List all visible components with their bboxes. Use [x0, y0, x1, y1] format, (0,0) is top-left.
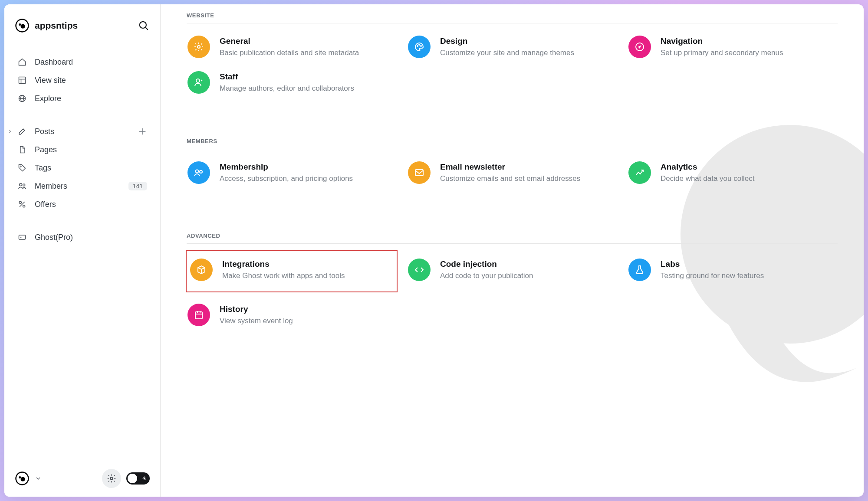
- card-navigation[interactable]: Navigation Set up primary and secondary …: [628, 35, 838, 59]
- chevron-down-icon: [35, 475, 42, 482]
- sidebar-item-label: Offers: [35, 200, 56, 209]
- flask-icon: [628, 259, 651, 281]
- main-content: WEBSITE General Basic publication detail…: [161, 4, 864, 497]
- sidebar-item-pages[interactable]: Pages: [15, 141, 150, 159]
- card-staff[interactable]: Staff Manage authors, editor and collabo…: [187, 70, 397, 95]
- sidebar-item-label: Pages: [35, 145, 57, 154]
- card-history[interactable]: History View system event log: [187, 303, 397, 327]
- card-desc: Basic publication details and site metad…: [220, 48, 359, 58]
- mail-icon: [408, 161, 431, 184]
- code-icon: [408, 259, 431, 281]
- card-title: History: [220, 305, 293, 314]
- svg-point-28: [419, 44, 420, 45]
- svg-point-32: [196, 170, 199, 173]
- section-heading-website: WEBSITE: [187, 12, 838, 23]
- card-design[interactable]: Design Customize your site and manage th…: [407, 35, 617, 59]
- sidebar: appsntips Dashboard View site: [4, 4, 161, 497]
- members-icon: [187, 161, 210, 184]
- history-icon: [187, 304, 210, 326]
- svg-point-26: [197, 46, 200, 48]
- card-title: Membership: [220, 162, 353, 172]
- card-analytics[interactable]: Analytics Decide what data you collect: [628, 160, 838, 185]
- card-title: Staff: [220, 72, 354, 82]
- card-labs[interactable]: Labs Testing ground for new features: [628, 251, 838, 291]
- chevron-right-icon: [8, 129, 12, 134]
- svg-point-3: [21, 24, 25, 29]
- card-membership[interactable]: Membership Access, subscription, and pri…: [187, 160, 397, 185]
- page-icon: [17, 145, 27, 154]
- card-desc: Manage authors, editor and collaborators: [220, 83, 354, 94]
- card-title: Integrations: [222, 259, 345, 269]
- sidebar-item-label: Dashboard: [35, 58, 73, 67]
- sidebar-item-ghostpro[interactable]: Ghost(Pro): [15, 228, 150, 246]
- sidebar-item-explore[interactable]: Explore: [15, 89, 150, 108]
- svg-point-24: [21, 477, 25, 481]
- sidebar-item-label: Tags: [35, 164, 51, 173]
- card-desc: Set up primary and secondary menus: [661, 48, 783, 58]
- svg-point-16: [23, 184, 25, 186]
- cards-website: General Basic publication details and si…: [187, 35, 838, 95]
- settings-button[interactable]: [102, 469, 121, 488]
- new-post-button[interactable]: [138, 127, 147, 136]
- user-avatar-icon[interactable]: [15, 471, 30, 486]
- svg-point-25: [110, 477, 113, 480]
- brand-name: appsntips: [35, 20, 78, 31]
- brand-row: appsntips: [15, 18, 150, 33]
- sidebar-item-label: Posts: [35, 127, 54, 136]
- svg-point-27: [417, 46, 418, 46]
- sidebar-item-label: View site: [35, 76, 66, 85]
- svg-rect-6: [19, 77, 26, 84]
- svg-line-19: [20, 202, 25, 207]
- sidebar-item-posts[interactable]: Posts: [15, 122, 150, 141]
- sidebar-item-offers[interactable]: Offers: [15, 195, 150, 213]
- tag-icon: [17, 163, 27, 173]
- section-heading-advanced: ADVANCED: [187, 232, 838, 244]
- sidebar-item-label: Members: [35, 182, 67, 191]
- svg-point-33: [200, 170, 202, 173]
- gear-icon: [187, 36, 210, 58]
- members-icon: [17, 181, 27, 191]
- nav-group-ghostpro: Ghost(Pro): [15, 228, 150, 246]
- card-title: Email newsletter: [440, 162, 580, 172]
- sidebar-item-tags[interactable]: Tags: [15, 159, 150, 177]
- svg-point-17: [19, 201, 21, 203]
- sidebar-footer: ☀: [15, 469, 150, 488]
- nav-group-primary: Dashboard View site Explore: [15, 53, 150, 108]
- card-code-injection[interactable]: Code injection Add code to your publicat…: [407, 251, 617, 291]
- palette-icon: [408, 36, 431, 58]
- svg-rect-35: [195, 312, 202, 319]
- svg-point-14: [20, 166, 21, 167]
- card-icon: [17, 232, 27, 242]
- svg-point-23: [19, 476, 21, 478]
- sidebar-item-label: Explore: [35, 94, 61, 103]
- sidebar-item-viewsite[interactable]: View site: [15, 71, 150, 89]
- svg-point-15: [20, 183, 22, 186]
- card-desc: Make Ghost work with apps and tools: [222, 271, 345, 281]
- search-icon: [138, 20, 149, 31]
- card-desc: Decide what data you collect: [661, 174, 754, 184]
- brand[interactable]: appsntips: [15, 18, 78, 33]
- sidebar-item-label: Ghost(Pro): [35, 233, 73, 242]
- card-integrations[interactable]: Integrations Make Ghost work with apps a…: [187, 251, 397, 291]
- sidebar-item-dashboard[interactable]: Dashboard: [15, 53, 150, 71]
- nav-arrow-icon: [628, 36, 651, 58]
- card-title: Labs: [661, 259, 764, 269]
- svg-point-31: [196, 79, 200, 82]
- card-general[interactable]: General Basic publication details and si…: [187, 35, 397, 59]
- card-desc: Add code to your publication: [440, 271, 533, 281]
- home-icon: [17, 57, 27, 67]
- chart-icon: [628, 161, 651, 184]
- card-desc: Testing ground for new features: [661, 271, 764, 281]
- cards-advanced: Integrations Make Ghost work with apps a…: [187, 251, 838, 327]
- search-button[interactable]: [138, 20, 150, 32]
- user-menu-button[interactable]: [35, 475, 42, 482]
- members-count-badge: 141: [128, 182, 147, 190]
- card-email-newsletter[interactable]: Email newsletter Customize emails and se…: [407, 160, 617, 185]
- svg-rect-34: [415, 170, 423, 176]
- staff-icon: [187, 71, 210, 94]
- brand-logo-icon: [15, 18, 30, 33]
- svg-point-2: [19, 23, 21, 26]
- sidebar-item-members[interactable]: Members 141: [15, 177, 150, 195]
- sun-icon: ☀: [142, 475, 147, 481]
- theme-toggle[interactable]: ☀: [126, 472, 150, 485]
